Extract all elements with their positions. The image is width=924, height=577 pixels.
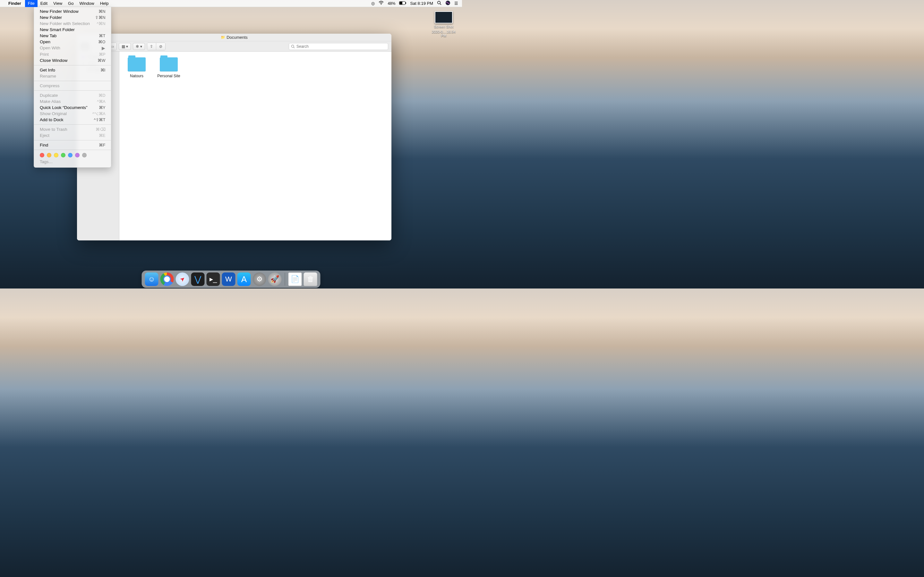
tag-color-dot[interactable]	[82, 153, 87, 157]
folder-item[interactable]: Natours	[125, 57, 148, 78]
airdrop-icon[interactable]: ◎	[371, 1, 375, 6]
search-icon	[291, 45, 295, 48]
dock-vscode[interactable]: ⋁	[191, 272, 205, 286]
menu-clock[interactable]: Sat 8:19 PM	[410, 1, 433, 6]
menu-item[interactable]: Open⌘O	[34, 39, 111, 45]
dock-word[interactable]: W	[222, 272, 236, 286]
folder-icon: 📁	[221, 35, 225, 39]
svg-rect-3	[405, 2, 406, 4]
menu-edit[interactable]: Edit	[37, 0, 50, 7]
screenshot-name-line2: 2020-0....16.54 PM	[429, 30, 458, 37]
folder-item[interactable]: Personal Site	[157, 57, 180, 78]
svg-rect-2	[400, 2, 403, 5]
menu-file[interactable]: File	[25, 0, 37, 7]
menu-item: Make Alias^⌘A	[34, 98, 111, 105]
share-button[interactable]: ⇪	[147, 43, 156, 50]
desktop-screenshot-item[interactable]: Screen Shot 2020-0....16.54 PM	[429, 11, 458, 37]
menu-help[interactable]: Help	[97, 0, 111, 7]
menu-view[interactable]: View	[50, 0, 65, 7]
menu-window[interactable]: Window	[76, 0, 97, 7]
dock-system-preferences[interactable]: ⚙	[253, 272, 266, 286]
notification-center-icon[interactable]: ☰	[454, 1, 458, 6]
menu-item: Duplicate⌘D	[34, 92, 111, 98]
svg-point-7	[291, 45, 294, 47]
dock-appstore[interactable]: A	[237, 272, 251, 286]
folder-label: Personal Site	[157, 74, 180, 78]
menu-item: Eject⌘E	[34, 132, 111, 139]
wifi-icon[interactable]	[379, 1, 384, 6]
search-field[interactable]	[289, 43, 388, 50]
siri-icon[interactable]	[445, 0, 451, 6]
search-input[interactable]	[296, 44, 386, 49]
group-by-button[interactable]: ▦ ▾	[119, 43, 131, 50]
menu-item: Compress	[34, 83, 111, 89]
screenshot-thumb-icon	[435, 11, 453, 23]
svg-line-8	[294, 47, 294, 48]
menu-item: Show Original^⌥⌘A	[34, 111, 111, 117]
dock-launchpad[interactable]: 🚀	[268, 272, 282, 286]
menu-item[interactable]: New Smart Folder	[34, 27, 111, 33]
menu-item: Rename	[34, 73, 111, 79]
svg-point-0	[381, 4, 381, 5]
menu-item[interactable]: New Finder Window⌘N	[34, 8, 111, 15]
finder-content[interactable]: NatoursPersonal Site	[120, 52, 391, 240]
dock-chrome[interactable]	[160, 272, 174, 286]
dock-safari[interactable]	[176, 272, 189, 286]
dock-trash[interactable]: 🗑	[304, 272, 317, 286]
menu-item: Open With▶	[34, 45, 111, 51]
menu-go[interactable]: Go	[65, 0, 76, 7]
svg-line-5	[440, 4, 441, 5]
tag-color-dot[interactable]	[61, 153, 65, 157]
finder-titlebar[interactable]: 📁 Documents	[77, 34, 391, 41]
menu-item[interactable]: Close Window⌘W	[34, 57, 111, 63]
battery-icon[interactable]	[399, 1, 406, 6]
tags-label[interactable]: Tags…	[34, 159, 111, 166]
tag-color-row	[34, 152, 111, 159]
svg-point-4	[438, 1, 441, 4]
menu-item: Print⌘P	[34, 51, 111, 57]
share-group: ⇪ ⊘	[147, 43, 166, 50]
spotlight-icon[interactable]	[437, 1, 441, 6]
tag-color-dot[interactable]	[54, 153, 58, 157]
menu-item: Move to Trash⌘⌫	[34, 126, 111, 132]
menu-item[interactable]: New Tab⌘T	[34, 33, 111, 39]
battery-percent[interactable]: 48%	[388, 1, 395, 6]
file-menu-dropdown: New Finder Window⌘NNew Folder⇧⌘NNew Fold…	[34, 7, 111, 168]
folder-icon	[160, 57, 178, 71]
screenshot-name-line1: Screen Shot	[434, 25, 454, 29]
tag-color-dot[interactable]	[47, 153, 51, 157]
tag-color-dot[interactable]	[68, 153, 73, 157]
action-button[interactable]: ✻ ▾	[133, 43, 145, 50]
tag-color-dot[interactable]	[40, 153, 44, 157]
folder-icon	[128, 57, 145, 71]
menu-item: New Folder with Selection^⌘N	[34, 21, 111, 27]
folder-label: Natours	[130, 74, 144, 78]
finder-window: 📁 Documents ▦ ≡ ▥ ▭ ▦ ▾ ✻ ▾ ⇪ ⊘ Purple G…	[77, 34, 391, 240]
tag-color-dot[interactable]	[75, 153, 79, 157]
menu-item[interactable]: Find⌘F	[34, 142, 111, 148]
dock-terminal[interactable]: ▸_	[207, 272, 220, 286]
menu-item[interactable]: Get Info⌘I	[34, 67, 111, 73]
menu-bar: Finder File Edit View Go Window Help ◎ 4…	[0, 0, 462, 7]
menu-item[interactable]: Quick Look “Documents”⌘Y	[34, 105, 111, 111]
menu-item[interactable]: New Folder⇧⌘N	[34, 15, 111, 21]
dock-separator	[285, 273, 285, 285]
menu-item[interactable]: Add to Dock^⇧⌘T	[34, 117, 111, 123]
window-title: Documents	[226, 35, 248, 40]
app-name[interactable]: Finder	[8, 1, 21, 6]
dock-finder[interactable]: ☺	[145, 272, 158, 286]
tag-button[interactable]: ⊘	[156, 43, 165, 50]
dock: ☺ ⋁ ▸_ W A ⚙ 🚀 📄 🗑	[142, 271, 320, 288]
dock-recent-doc[interactable]: 📄	[288, 272, 302, 286]
finder-toolbar: ▦ ≡ ▥ ▭ ▦ ▾ ✻ ▾ ⇪ ⊘	[77, 41, 391, 52]
